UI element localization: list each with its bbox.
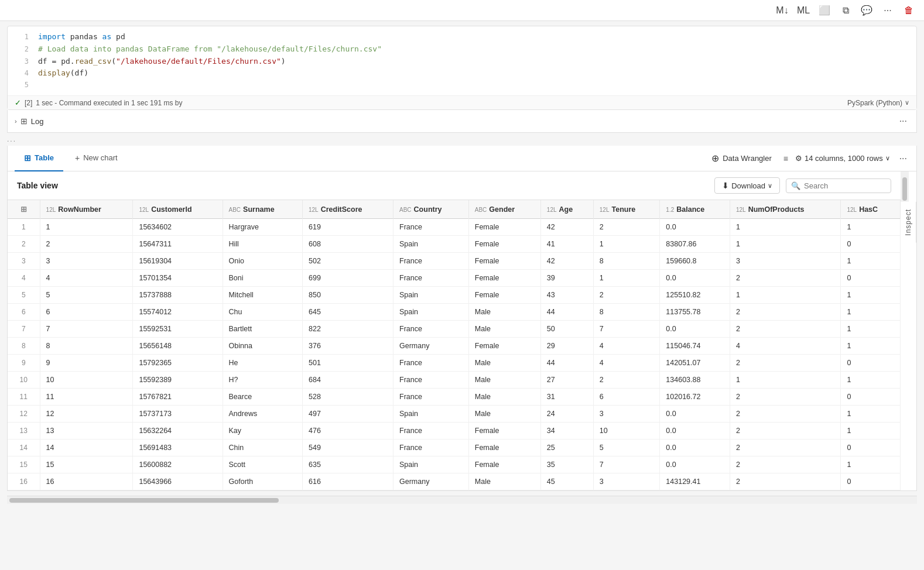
cell-tenure: 7 (593, 456, 660, 473)
cell-age: 25 (540, 439, 593, 456)
cell-country: Germany (393, 338, 469, 355)
table-row: 161615643966Goforth616GermanyMale4531431… (8, 473, 901, 490)
download-button[interactable]: ⬇ Download ∨ (714, 177, 780, 194)
data-wrangler-button[interactable]: ⊕ Data Wrangler (707, 150, 776, 166)
col-header-rownumber[interactable]: 12LRowNumber (40, 200, 133, 219)
cell-tenure: 2 (593, 219, 660, 236)
horizontal-scrollbar[interactable] (7, 496, 917, 504)
cell-balance: 0.0 (660, 270, 730, 287)
cell-rownumber: 1 (40, 219, 133, 236)
cell-gender: Female (468, 253, 540, 270)
cell-tenure: 2 (593, 372, 660, 389)
line-number-2: 2 (15, 44, 29, 55)
cell-numofproducts: 2 (730, 355, 840, 372)
cell-creditscore: 619 (302, 219, 393, 236)
tab-new-chart-label: New chart (83, 153, 118, 162)
cell-rownumber: 8 (40, 338, 133, 355)
code-cell: 1 import pandas as pd 2 # Load data into… (7, 26, 917, 110)
table-view-title: Table view (17, 181, 58, 190)
cell-balance: 0.0 (660, 406, 730, 423)
columns-info[interactable]: ⚙ 14 columns, 1000 rows ∨ (795, 154, 890, 163)
cell-rownumber: 15 (40, 456, 133, 473)
delete-button[interactable]: 🗑 (901, 2, 917, 19)
vertical-scrollbar[interactable] (901, 171, 909, 202)
monitor-button[interactable]: ⬜ (816, 2, 833, 19)
col-header-country[interactable]: ABCCountry (393, 200, 469, 219)
col-header-gender[interactable]: ABCGender (468, 200, 540, 219)
cell-rownumber: 5 (40, 287, 133, 304)
cell-gender: Female (468, 439, 540, 456)
search-box[interactable]: 🔍 (786, 178, 891, 193)
code-text-3: df = pd.read_csv("/lakehouse/default/Fil… (38, 56, 286, 68)
cell-numofproducts: 2 (730, 389, 840, 406)
col-header-age[interactable]: 12LAge (540, 200, 593, 219)
cell-idx: 3 (8, 253, 40, 270)
search-icon: 🔍 (791, 181, 800, 190)
right-panel: Inspect (901, 171, 916, 490)
chat-button[interactable]: 💬 (858, 2, 875, 19)
cell-country: Spain (393, 236, 469, 253)
cell-number: [2] (25, 99, 32, 107)
col-header-customerid[interactable]: 12LCustomerId (133, 200, 223, 219)
tab-table[interactable]: ⊞ Table (15, 146, 63, 171)
cell-customerid: 15592531 (133, 321, 223, 338)
markdown-button[interactable]: M↓ (774, 2, 790, 19)
cell-age: 43 (540, 287, 593, 304)
cell-tenure: 4 (593, 338, 660, 355)
cell-customerid: 15647311 (133, 236, 223, 253)
cell-numofproducts: 2 (730, 423, 840, 439)
cell-surname: H? (223, 372, 302, 389)
tab-new-chart[interactable]: + New chart (66, 146, 127, 171)
cell-idx: 14 (8, 439, 40, 456)
cell-customerid: 15691483 (133, 439, 223, 456)
code-line-3: 3 df = pd.read_csv("/lakehouse/default/F… (8, 56, 916, 68)
cell-gender: Female (468, 456, 540, 473)
col-header-surname[interactable]: ABCSurname (223, 200, 302, 219)
cell-age: 34 (540, 423, 593, 439)
cell-age: 29 (540, 338, 593, 355)
cell-balance: 159660.8 (660, 253, 730, 270)
cell-tenure: 4 (593, 355, 660, 372)
cell-creditscore: 635 (302, 456, 393, 473)
cell-rownumber: 4 (40, 270, 133, 287)
cell-country: France (393, 439, 469, 456)
code-line-4: 4 display(df) (8, 67, 916, 80)
download-label: Download (731, 181, 765, 190)
log-chevron-icon[interactable]: › (15, 118, 17, 125)
more-button[interactable]: ··· (879, 2, 896, 19)
cell-customerid: 15632264 (133, 423, 223, 439)
cell-rownumber: 13 (40, 423, 133, 439)
code-area[interactable]: 1 import pandas as pd 2 # Load data into… (8, 26, 916, 95)
search-input[interactable] (804, 181, 886, 190)
inspect-panel[interactable]: Inspect (901, 202, 916, 243)
runtime-chevron[interactable]: ∨ (905, 99, 909, 107)
col-header-creditscore[interactable]: 12LCreditScore (302, 200, 393, 219)
cell-tenure: 1 (593, 236, 660, 253)
cell-creditscore: 645 (302, 304, 393, 321)
cell-tenure: 8 (593, 253, 660, 270)
cell-footer: ✓ [2] 1 sec - Command executed in 1 sec … (8, 95, 916, 109)
col-header-balance[interactable]: 1.2Balance (660, 200, 730, 219)
log-table-icon: ⊞ (20, 116, 28, 126)
cell-hasc: 0 (841, 473, 901, 490)
tab-more-icon[interactable]: ··· (897, 153, 909, 164)
code-line-5: 5 (8, 80, 916, 91)
col-header-hasc[interactable]: 12LHasC (841, 200, 901, 219)
copy-button[interactable]: ⧉ (837, 2, 854, 19)
cell-country: France (393, 372, 469, 389)
col-header-tenure[interactable]: 12LTenure (593, 200, 660, 219)
cell-gender: Male (468, 372, 540, 389)
log-more-icon[interactable]: ··· (897, 114, 909, 129)
cell-customerid: 15643966 (133, 473, 223, 490)
cell-hasc: 1 (841, 321, 901, 338)
ml-button[interactable]: ML (795, 2, 812, 19)
columns-chevron-icon[interactable]: ∨ (885, 154, 890, 162)
cell-creditscore: 497 (302, 406, 393, 423)
data-table-container[interactable]: ⊞ 12LRowNumber 12LCustomerId ABCSurname … (8, 200, 901, 490)
col-header-numofproducts[interactable]: 12LNumOfProducts (730, 200, 840, 219)
cell-surname: Hill (223, 236, 302, 253)
runtime-selector[interactable]: PySpark (Python) ∨ (847, 99, 909, 107)
cell-creditscore: 699 (302, 270, 393, 287)
cell-surname: Boni (223, 270, 302, 287)
filter-icon[interactable]: ≡ (783, 154, 788, 163)
